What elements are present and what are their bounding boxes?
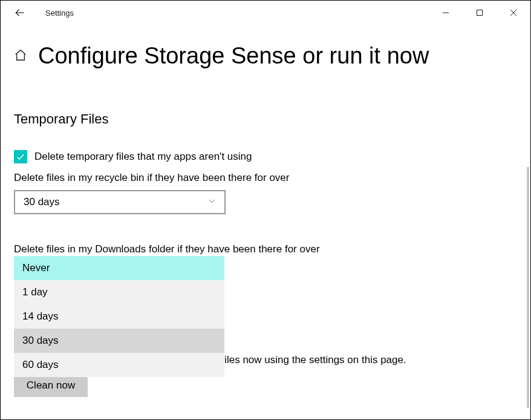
page-heading-row: Configure Storage Sense or run it now xyxy=(14,43,518,69)
home-icon[interactable] xyxy=(14,48,27,64)
delete-temp-checkbox-label: Delete temporary files that my apps aren… xyxy=(34,151,252,163)
downloads-label: Delete files in my Downloads folder if t… xyxy=(14,243,518,255)
clean-now-label: Clean now xyxy=(27,379,75,392)
back-button[interactable] xyxy=(13,5,27,20)
window-controls xyxy=(429,1,530,25)
downloads-combo-listbox[interactable]: Never 1 day 14 days 30 days 60 days xyxy=(14,256,224,377)
downloads-option-1-day[interactable]: 1 day xyxy=(14,280,224,304)
window-title: Settings xyxy=(45,8,74,18)
downloads-option-never[interactable]: Never xyxy=(14,256,224,280)
titlebar: Settings xyxy=(1,1,530,25)
downloads-option-60-days[interactable]: 60 days xyxy=(14,353,224,377)
section-heading: Temporary Files xyxy=(14,111,518,127)
scrollbar[interactable] xyxy=(527,167,529,408)
minimize-button[interactable] xyxy=(429,1,463,25)
delete-temp-checkbox[interactable] xyxy=(14,150,27,163)
content: Configure Storage Sense or run it now Te… xyxy=(1,25,530,255)
downloads-option-30-days[interactable]: 30 days xyxy=(14,329,224,353)
chevron-down-icon xyxy=(207,197,216,208)
close-button[interactable] xyxy=(497,1,530,25)
maximize-button[interactable] xyxy=(463,1,497,25)
delete-temp-checkbox-row: Delete temporary files that my apps aren… xyxy=(14,150,518,163)
downloads-option-14-days[interactable]: 14 days xyxy=(14,304,224,329)
recycle-bin-label: Delete files in my recycle bin if they h… xyxy=(14,172,518,184)
page-title: Configure Storage Sense or run it now xyxy=(38,43,429,69)
recycle-bin-combo[interactable]: 30 days xyxy=(14,190,226,214)
recycle-bin-combo-value: 30 days xyxy=(24,196,60,208)
clean-now-button[interactable]: Clean now xyxy=(14,374,88,397)
svg-rect-2 xyxy=(477,10,483,16)
